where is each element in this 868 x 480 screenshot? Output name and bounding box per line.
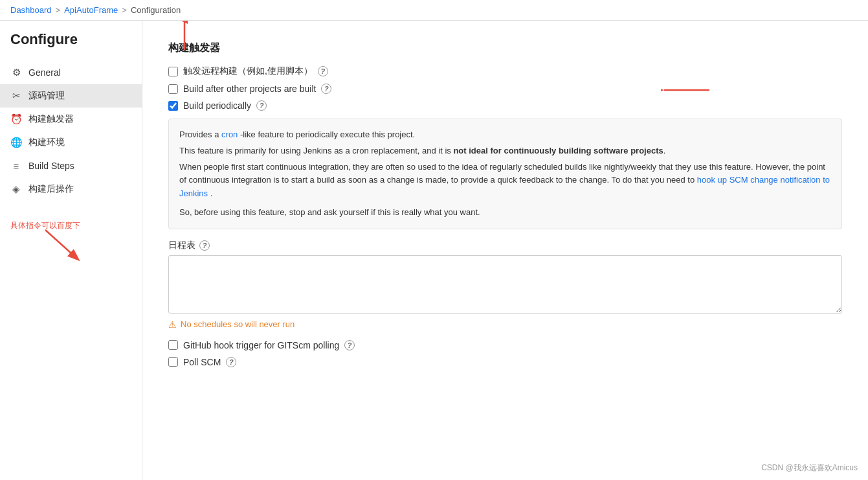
trigger-after-other-checkbox[interactable] [168,84,178,94]
sidebar-item-build-trigger[interactable]: ⏰ 构建触发器 [0,108,142,131]
sidebar-label-build-env: 构建环境 [28,137,65,148]
schedule-label-row: 日程表 ? [168,240,842,251]
info-text-after-cron: -like feature to periodically execute th… [238,130,415,139]
info-line3-end: . [208,189,212,198]
trigger-poll-scm-label: Poll SCM [183,357,221,367]
trigger-poll-scm-checkbox[interactable] [168,357,178,367]
section-title-build-trigger: 构建触发器 [168,41,842,55]
breadcrumb-current: Configuration [131,5,181,15]
schedule-warning: ⚠ No schedules so will never run [168,319,842,330]
breadcrumb: Dashboard > ApiAutoFrame > Configuration [0,0,868,21]
info-line2-bold: not ideal for continuously building soft… [453,146,663,155]
trigger-remote-checkbox[interactable] [168,67,178,76]
warning-triangle-icon: ⚠ [168,319,177,330]
trigger-remote-label: 触发远程构建（例如,使用脚本） [183,65,313,77]
sidebar-label-build-trigger: 构建触发器 [28,113,74,125]
info-line2-start: This feature is primarily for using Jenk… [179,146,453,155]
diamond-icon: ◈ [10,183,22,195]
top-annotation-arrow [175,21,194,55]
schedule-label-text: 日程表 [168,240,195,251]
trigger-github-hook: GitHub hook trigger for GITScm polling ? [168,340,842,350]
sidebar-item-source-mgmt[interactable]: ✂ 源码管理 [0,84,142,108]
sidebar-label-source-mgmt: 源码管理 [28,90,65,102]
sidebar-label-post-build: 构建后操作 [28,183,74,195]
trigger-periodic-checkbox[interactable] [168,101,178,111]
cron-link[interactable]: cron [221,130,238,139]
arrow-after-other [661,80,713,102]
trigger-periodic-label: Build periodically [183,100,251,111]
trigger-after-other-label: Build after other projects are built [183,84,316,94]
sidebar-title: Configure [0,31,142,61]
trigger-periodic-help[interactable]: ? [256,100,267,111]
trigger-after-other: Build after other projects are built ? [168,84,842,94]
sidebar-label-general: General [28,67,61,78]
trigger-poll-scm: Poll SCM ? [168,357,842,367]
schedule-help-icon[interactable]: ? [199,240,210,251]
trigger-after-other-help[interactable]: ? [321,84,331,94]
trigger-github-hook-help[interactable]: ? [344,340,355,350]
breadcrumb-dashboard[interactable]: Dashboard [10,5,52,15]
sidebar-item-general[interactable]: ⚙ General [0,61,142,84]
schedule-warning-text: No schedules so will never run [181,319,295,329]
annotation-arrow-down [39,227,91,266]
info-line2-end: . [663,146,666,155]
info-line4: So, before using this feature, stop and … [179,207,480,217]
trigger-remote-help[interactable]: ? [318,66,328,76]
gear-icon: ⚙ [10,67,22,78]
sidebar-item-post-build[interactable]: ◈ 构建后操作 [0,177,142,201]
sidebar-label-build-steps: Build Steps [28,161,74,171]
trigger-github-hook-checkbox[interactable] [168,340,178,350]
content-area: 构建触发器 触发远程构建（例如,使用脚本） ? Build after othe… [142,21,868,480]
trigger-periodic: Build periodically ? [168,100,842,111]
sidebar-item-build-steps[interactable]: ≡ Build Steps [0,154,142,177]
scissors-icon: ✂ [10,90,22,102]
watermark: CSDN @我永远喜欢Amicus [761,463,858,474]
info-text-before-cron: Provides a [179,130,221,139]
sidebar-item-build-env[interactable]: 🌐 构建环境 [0,131,142,154]
list-icon: ≡ [10,160,22,172]
trigger-poll-scm-help[interactable]: ? [226,357,236,367]
trigger-remote: 触发远程构建（例如,使用脚本） ? [168,65,842,77]
sidebar: Configure ⚙ General ✂ 源码管理 ⏰ 构建触发器 🌐 构建环… [0,21,142,480]
breadcrumb-sep-2: > [122,5,127,15]
breadcrumb-sep-1: > [56,5,61,15]
svg-line-1 [45,230,78,259]
breadcrumb-apiframe[interactable]: ApiAutoFrame [64,5,118,15]
build-periodic-info: Provides a cron -like feature to periodi… [168,119,842,229]
trigger-github-hook-label: GitHub hook trigger for GITScm polling [183,340,339,350]
globe-icon: 🌐 [10,137,22,148]
schedule-textarea[interactable] [168,255,842,314]
clock-icon: ⏰ [10,113,22,125]
